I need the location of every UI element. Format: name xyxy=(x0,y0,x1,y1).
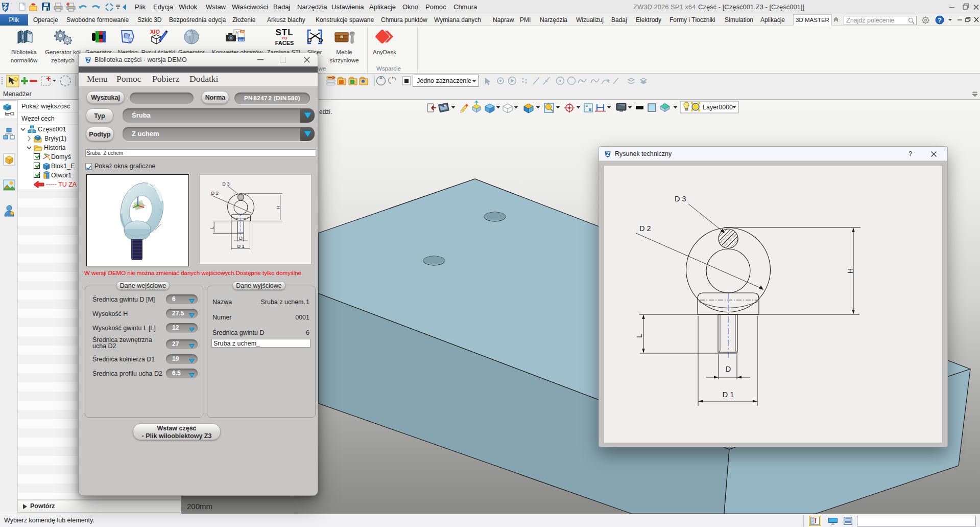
svg-text:Layer0000: Layer0000 xyxy=(703,104,733,111)
svg-text:JPG: JPG xyxy=(241,30,245,33)
svg-text:D 3: D 3 xyxy=(675,195,686,203)
svg-text:D 3: D 3 xyxy=(222,181,229,187)
svg-text:H: H xyxy=(276,205,281,209)
svg-text:?: ? xyxy=(938,16,942,24)
svg-text:DXF: DXF xyxy=(239,38,245,41)
svg-text:L: L xyxy=(635,334,643,338)
svg-text:L: L xyxy=(209,226,214,229)
svg-text:D 1: D 1 xyxy=(723,391,734,399)
svg-text:D: D xyxy=(726,365,731,373)
svg-text:D 1: D 1 xyxy=(237,244,244,249)
svg-text:D 2: D 2 xyxy=(211,191,219,196)
svg-text:XIO: XIO xyxy=(150,29,160,35)
svg-text:H: H xyxy=(846,268,854,273)
svg-text:D 2: D 2 xyxy=(639,224,651,233)
svg-text:D: D xyxy=(239,236,243,241)
